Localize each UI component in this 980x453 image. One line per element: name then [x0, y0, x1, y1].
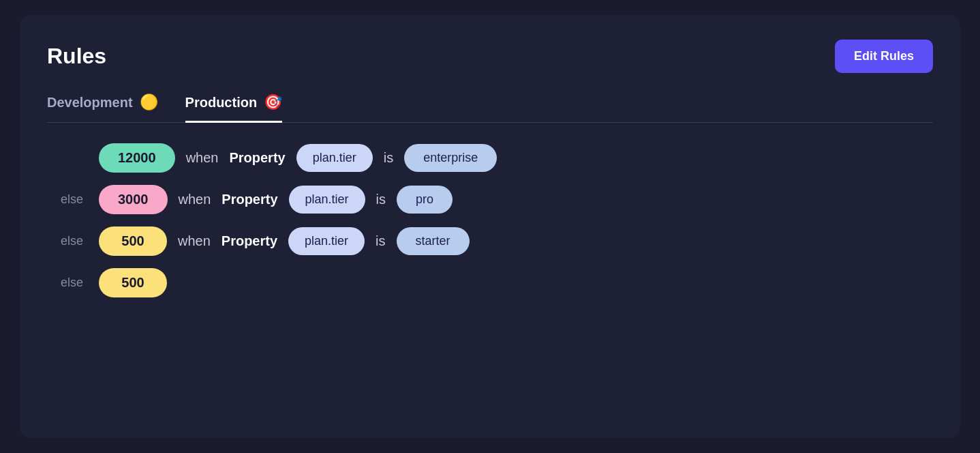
rule-property-1: Property: [229, 150, 285, 166]
tab-development[interactable]: Development 🟡: [47, 93, 158, 123]
rule-when-3: when: [178, 233, 211, 249]
header: Rules Edit Rules: [47, 40, 933, 73]
rule-row-3: else 500 when Property plan.tier is star…: [61, 227, 933, 256]
rule-value-4: 500: [99, 268, 167, 297]
rules-card: Rules Edit Rules Development 🟡 Productio…: [20, 15, 960, 438]
development-icon: 🟡: [140, 93, 158, 111]
rule-is-2: is: [376, 192, 386, 207]
rule-when-2: when: [179, 192, 211, 207]
tab-development-label: Development: [47, 95, 133, 111]
rule-row-1: 12000 when Property plan.tier is enterpr…: [99, 143, 933, 173]
rule-condition-value-2: pro: [397, 186, 453, 214]
tabs-container: Development 🟡 Production 🎯: [47, 93, 933, 123]
rule-row-4: else 500: [61, 268, 933, 297]
production-icon: 🎯: [264, 93, 282, 111]
rule-is-1: is: [384, 150, 393, 166]
edit-rules-button[interactable]: Edit Rules: [835, 40, 933, 73]
tab-production-label: Production: [185, 95, 258, 111]
rule-else-2: else: [61, 192, 88, 207]
rule-condition-value-1: enterprise: [404, 144, 497, 172]
page-title: Rules: [47, 44, 106, 69]
rule-else-4: else: [61, 276, 88, 290]
rule-property-3: Property: [221, 233, 277, 249]
rule-property-value-2: plan.tier: [289, 186, 365, 214]
rule-property-2: Property: [221, 192, 277, 207]
rule-condition-value-3: starter: [397, 227, 470, 255]
rule-is-3: is: [376, 233, 385, 249]
tab-production[interactable]: Production 🎯: [185, 93, 283, 123]
rule-when-1: when: [186, 150, 219, 166]
rule-value-1: 12000: [99, 143, 175, 173]
rule-property-value-1: plan.tier: [296, 144, 373, 172]
rule-property-value-3: plan.tier: [288, 227, 365, 255]
rule-row-2: else 3000 when Property plan.tier is pro: [61, 185, 933, 214]
rule-value-2: 3000: [99, 185, 168, 214]
rule-else-3: else: [61, 234, 88, 248]
rule-value-3: 500: [99, 227, 167, 256]
rules-container: 12000 when Property plan.tier is enterpr…: [47, 143, 933, 297]
